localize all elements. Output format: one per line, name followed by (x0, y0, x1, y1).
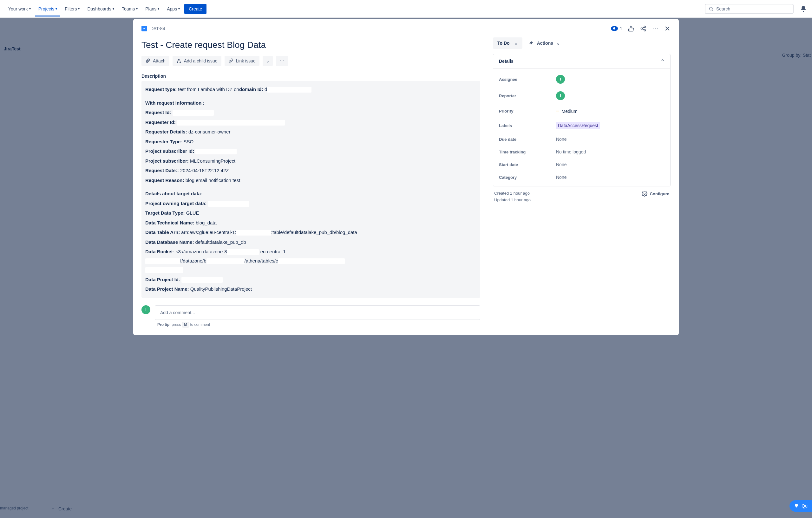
nav-dashboards[interactable]: Dashboards▾ (84, 4, 117, 14)
nav-filters[interactable]: Filters▾ (61, 4, 83, 14)
svg-line-1 (712, 10, 713, 11)
chevron-down-icon: ▾ (29, 7, 31, 10)
search-input[interactable]: Search (705, 4, 793, 14)
chevron-down-icon: ▾ (157, 7, 159, 10)
search-icon (708, 6, 714, 11)
chevron-down-icon: ▾ (56, 7, 57, 10)
nav-teams[interactable]: Teams▾ (119, 4, 141, 14)
create-button[interactable]: Create (184, 4, 206, 14)
chevron-down-icon: ▾ (78, 7, 80, 10)
search-placeholder: Search (716, 6, 730, 11)
chevron-down-icon: ▾ (178, 7, 180, 10)
nav-projects[interactable]: Projects▾ (35, 4, 61, 17)
nav-items: Your work▾ Projects▾ Filters▾ Dashboards… (5, 4, 206, 14)
nav-apps[interactable]: Apps▾ (164, 4, 183, 14)
svg-point-0 (709, 7, 713, 10)
chevron-down-icon: ▾ (113, 7, 114, 10)
notifications-icon[interactable] (800, 5, 807, 12)
nav-your-work[interactable]: Your work▾ (5, 4, 34, 14)
top-navigation: Your work▾ Projects▾ Filters▾ Dashboards… (0, 0, 812, 18)
nav-plans[interactable]: Plans▾ (142, 4, 163, 14)
chevron-down-icon: ▾ (136, 7, 138, 10)
